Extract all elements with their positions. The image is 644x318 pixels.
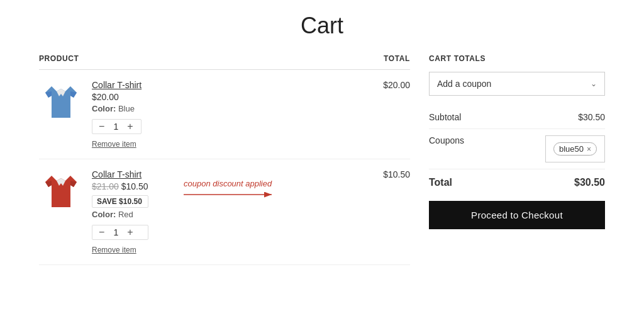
- coupon-remove-btn[interactable]: ×: [587, 145, 591, 154]
- product-cell: Collar T-shirt $20.00 Color: Blue − 1 + …: [39, 80, 336, 149]
- product-image-2: [39, 169, 83, 213]
- product-details: Collar T-shirt $20.00 Color: Blue − 1 + …: [92, 80, 142, 149]
- cart-sidebar: CART TOTALS Add a coupon ⌄ Subtotal $30.…: [429, 54, 605, 229]
- qty-increase-1[interactable]: +: [126, 122, 134, 132]
- product-color-2: Color: Red: [92, 210, 148, 219]
- coupon-tag: blue50 ×: [553, 142, 597, 156]
- total-value: $30.50: [574, 177, 605, 188]
- coupon-code: blue50: [559, 144, 584, 154]
- save-badge-2: SAVE $10.50: [92, 195, 148, 208]
- checkout-button[interactable]: Proceed to Checkout: [429, 201, 605, 229]
- product-color-1: Color: Blue: [92, 104, 142, 113]
- subtotal-row: Subtotal $30.50: [429, 106, 605, 129]
- coupon-dropdown[interactable]: Add a coupon ⌄: [429, 72, 605, 96]
- cart-table: PRODUCT TOTAL: [39, 54, 410, 265]
- qty-value-1: 1: [111, 122, 121, 132]
- product-original-price-2: $21.00: [92, 181, 119, 191]
- quantity-control-1: − 1 +: [92, 119, 142, 134]
- cart-totals-title: CART TOTALS: [429, 54, 605, 63]
- col-product-header: PRODUCT: [39, 54, 336, 70]
- table-row: Collar T-shirt $20.00 Color: Blue − 1 + …: [39, 70, 410, 159]
- total-row: Total $30.50: [429, 169, 605, 196]
- total-label: Total: [429, 177, 452, 188]
- product-name-1[interactable]: Collar T-shirt: [92, 80, 142, 90]
- product-discounted-price-2: $10.50: [121, 181, 148, 191]
- product-name-2[interactable]: Collar T-shirt: [92, 169, 148, 179]
- table-row: Collar T-shirt $21.00 $10.50 SAVE $10.50…: [39, 159, 410, 265]
- item-total-1: $20.00: [336, 70, 410, 159]
- qty-value-2: 1: [111, 227, 121, 237]
- subtotal-label: Subtotal: [429, 112, 461, 122]
- page-title: Cart: [39, 13, 605, 39]
- product-prices-2: $21.00 $10.50: [92, 181, 148, 191]
- remove-item-1[interactable]: Remove item: [92, 140, 142, 149]
- qty-decrease-1[interactable]: −: [97, 122, 106, 132]
- chevron-down-icon: ⌄: [591, 79, 597, 88]
- quantity-control-2: − 1 +: [92, 225, 148, 240]
- product-cell-2: Collar T-shirt $21.00 $10.50 SAVE $10.50…: [39, 169, 336, 254]
- cart-main: PRODUCT TOTAL: [39, 54, 410, 265]
- coupons-box: blue50 ×: [545, 135, 605, 162]
- subtotal-value: $30.50: [578, 112, 605, 122]
- item-total-2: $10.50: [336, 159, 410, 265]
- col-total-header: TOTAL: [336, 54, 410, 70]
- product-details-2: Collar T-shirt $21.00 $10.50 SAVE $10.50…: [92, 169, 148, 254]
- qty-decrease-2[interactable]: −: [97, 227, 106, 237]
- product-price-1: $20.00: [92, 92, 142, 102]
- coupon-placeholder: Add a coupon: [437, 79, 491, 89]
- product-image: [39, 80, 83, 124]
- qty-increase-2[interactable]: +: [126, 227, 134, 237]
- remove-item-2[interactable]: Remove item: [92, 246, 148, 254]
- coupons-row: Coupons blue50 ×: [429, 129, 605, 169]
- coupons-label: Coupons: [429, 135, 464, 145]
